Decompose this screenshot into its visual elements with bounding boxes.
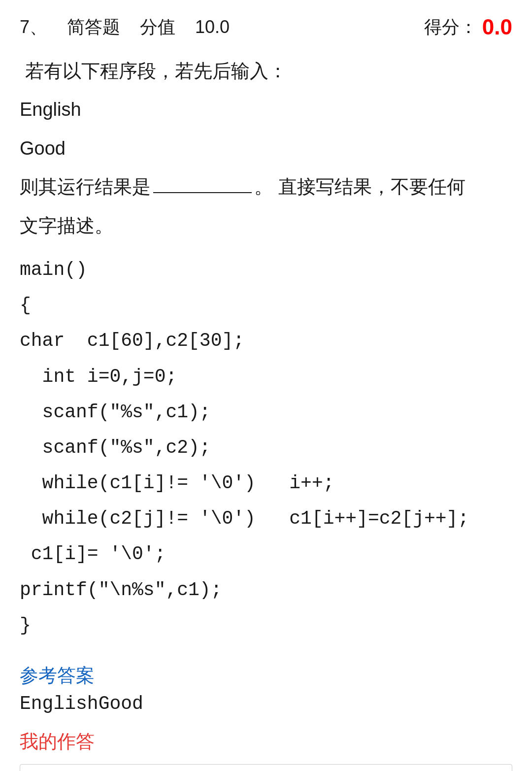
- code-line-4: scanf("%s",c1);: [20, 395, 512, 430]
- code-line-8: c1[i]= '\0';: [20, 536, 512, 572]
- code-line-1: {: [20, 288, 512, 323]
- grade-label: 得分：: [424, 15, 477, 39]
- my-answer-label: 我的作答: [20, 729, 512, 754]
- code-block: main() { char c1[60],c2[30]; int i=0,j=0…: [20, 252, 512, 643]
- code-line-2: char c1[60],c2[30];: [20, 323, 512, 359]
- question-description-line1: 若有以下程序段，若先后输入：: [20, 54, 512, 88]
- code-line-3: int i=0,j=0;: [20, 359, 512, 395]
- reference-label: 参考答案: [20, 663, 512, 688]
- answer-blank: [153, 192, 252, 193]
- code-line-0: main(): [20, 252, 512, 288]
- question-meta: 7、 简答题 分值 10.0: [20, 15, 230, 39]
- question-input1: English: [20, 93, 512, 126]
- question-header: 7、 简答题 分值 10.0 得分： 0.0: [20, 15, 512, 39]
- score-display: 得分： 0.0: [424, 15, 512, 39]
- code-line-6: while(c1[i]!= '\0') i++;: [20, 466, 512, 501]
- question-description-line4: 文字描述。: [20, 209, 512, 242]
- question-body: 若有以下程序段，若先后输入： English Good 则其运行结果是。 直接写…: [20, 54, 512, 643]
- code-line-10: }: [20, 608, 512, 643]
- answer-box[interactable]: English: [20, 764, 512, 771]
- reference-answer: EnglishGood: [20, 693, 512, 714]
- question-container: 7、 简答题 分值 10.0 得分： 0.0 若有以下程序段，若先后输入： En…: [0, 0, 532, 771]
- reference-section: 参考答案 EnglishGood: [20, 663, 512, 714]
- code-line-5: scanf("%s",c2);: [20, 430, 512, 466]
- score-value: 10.0: [195, 17, 230, 37]
- grade-value: 0.0: [482, 15, 512, 39]
- score-label: 分值: [140, 15, 175, 39]
- question-description-line2: 则其运行结果是。 直接写结果，不要任何: [20, 170, 512, 203]
- code-line-7: while(c2[j]!= '\0') c1[i++]=c2[j++];: [20, 501, 512, 536]
- my-answer-section: 我的作答 English: [20, 729, 512, 771]
- code-line-9: printf("\n%s",c1);: [20, 572, 512, 608]
- question-number: 7、: [20, 15, 47, 39]
- question-input2: Good: [20, 132, 512, 165]
- question-type: 简答题: [67, 15, 120, 39]
